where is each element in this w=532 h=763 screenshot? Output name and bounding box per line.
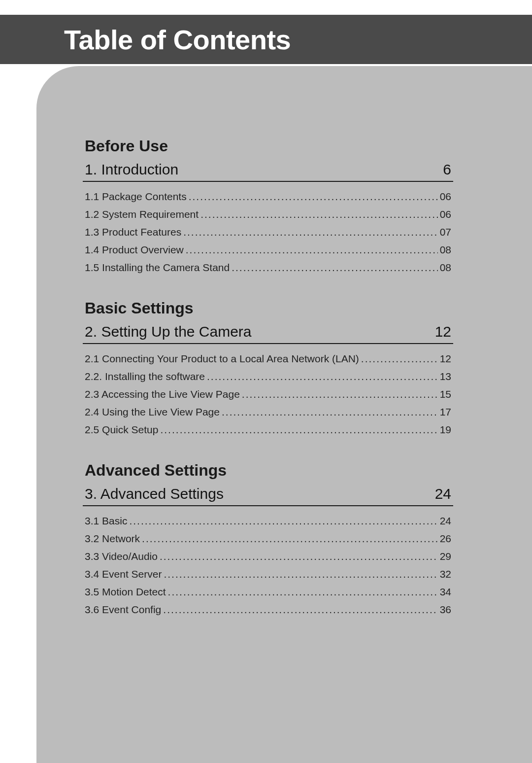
entry-page: 08 <box>440 262 451 274</box>
toc-entry: 3.1 Basic 24 <box>83 512 453 530</box>
entry-label: 3.6 Event Config <box>85 604 161 616</box>
leader-dots <box>163 604 437 616</box>
chapter-row: 1. Introduction 6 <box>83 159 453 182</box>
toc-entry: 2.1 Connecting Your Product to a Local A… <box>83 350 453 368</box>
entry-page: 06 <box>440 191 451 203</box>
entry-page: 17 <box>440 406 451 418</box>
entry-label: 3.4 Event Server <box>85 568 162 580</box>
toc-entry: 1.5 Installing the Camera Stand 08 <box>83 259 453 277</box>
leader-dots <box>232 262 437 274</box>
title-bar: Table of Contents <box>0 15 532 64</box>
leader-dots <box>183 226 438 238</box>
chapter-page: 6 <box>443 161 451 178</box>
leader-dots <box>160 424 437 436</box>
section-header: Basic Settings <box>83 299 453 317</box>
leader-dots <box>222 406 438 418</box>
section-header: Before Use <box>83 137 453 155</box>
toc-entry: 3.3 Video/Audio 29 <box>83 548 453 565</box>
section-advanced-settings: Advanced Settings 3. Advanced Settings 2… <box>83 461 453 619</box>
chapter-title: 2. Setting Up the Camera <box>85 323 252 340</box>
entry-label: 1.1 Package Contents <box>85 191 187 203</box>
leader-dots <box>207 371 438 382</box>
entry-page: 24 <box>440 515 451 527</box>
entry-label: 2.2. Installing the software <box>85 371 205 382</box>
leader-dots <box>200 208 438 220</box>
leader-dots <box>142 533 438 545</box>
entry-page: 13 <box>440 371 451 382</box>
entry-label: 2.1 Connecting Your Product to a Local A… <box>85 353 359 365</box>
toc-entry: 3.5 Motion Detect 34 <box>83 583 453 601</box>
entry-label: 2.5 Quick Setup <box>85 424 158 436</box>
entry-label: 1.4 Product Overview <box>85 244 184 256</box>
toc-entry: 1.4 Product Overview 08 <box>83 241 453 259</box>
chapter-title: 1. Introduction <box>85 161 178 178</box>
entry-page: 32 <box>440 568 451 580</box>
page-title: Table of Contents <box>64 24 291 56</box>
chapter-row: 3. Advanced Settings 24 <box>83 484 453 506</box>
chapter-num: 2. <box>85 323 97 340</box>
entry-page: 12 <box>440 353 451 365</box>
entry-label: 3.2 Network <box>85 533 140 545</box>
chapter-page: 12 <box>435 323 451 340</box>
entry-page: 26 <box>440 533 451 545</box>
chapter-name: Advanced Settings <box>100 486 224 502</box>
entry-label: 1.2 System Requirement <box>85 208 199 220</box>
chapter-page: 24 <box>435 486 451 502</box>
entry-label: 2.3 Accessing the Live View Page <box>85 388 240 400</box>
leader-dots <box>168 586 438 598</box>
entry-label: 3.5 Motion Detect <box>85 586 166 598</box>
toc-entry: 2.5 Quick Setup 19 <box>83 421 453 439</box>
toc-entry: 3.2 Network 26 <box>83 530 453 548</box>
entry-page: 07 <box>440 226 451 238</box>
chapter-title: 3. Advanced Settings <box>85 486 224 502</box>
entry-label: 1.5 Installing the Camera Stand <box>85 262 230 274</box>
toc-entry: 3.4 Event Server 32 <box>83 565 453 583</box>
entry-label: 1.3 Product Features <box>85 226 181 238</box>
sub-list: 3.1 Basic 24 3.2 Network 26 3.3 Video/Au… <box>83 512 453 619</box>
chapter-name: Introduction <box>101 161 178 177</box>
leader-dots <box>129 515 437 527</box>
toc-entry: 2.4 Using the Live View Page 17 <box>83 403 453 421</box>
entry-page: 36 <box>440 604 451 616</box>
toc-entry: 1.1 Package Contents 06 <box>83 188 453 206</box>
entry-page: 34 <box>440 586 451 598</box>
toc-entry: 3.6 Event Config 36 <box>83 601 453 619</box>
section-before-use: Before Use 1. Introduction 6 1.1 Package… <box>83 137 453 277</box>
entry-page: 06 <box>440 208 451 220</box>
leader-dots <box>164 568 437 580</box>
leader-dots <box>189 191 438 203</box>
chapter-name: Setting Up the Camera <box>101 323 251 340</box>
toc-entry: 2.2. Installing the software 13 <box>83 368 453 385</box>
section-header: Advanced Settings <box>83 461 453 480</box>
entry-label: 3.1 Basic <box>85 515 127 527</box>
entry-page: 08 <box>440 244 451 256</box>
entry-label: 2.4 Using the Live View Page <box>85 406 220 418</box>
leader-dots <box>242 388 438 400</box>
toc-entry: 1.3 Product Features 07 <box>83 223 453 241</box>
toc-entry: 1.2 System Requirement 06 <box>83 206 453 223</box>
section-basic-settings: Basic Settings 2. Setting Up the Camera … <box>83 299 453 439</box>
entry-page: 15 <box>440 388 451 400</box>
leader-dots <box>361 353 438 365</box>
leader-dots <box>160 551 438 562</box>
toc-panel: Before Use 1. Introduction 6 1.1 Package… <box>43 73 532 763</box>
entry-page: 19 <box>440 424 451 436</box>
chapter-num: 1. <box>85 161 97 177</box>
entry-label: 3.3 Video/Audio <box>85 551 158 562</box>
chapter-row: 2. Setting Up the Camera 12 <box>83 321 453 344</box>
chapter-num: 3. <box>85 486 97 502</box>
entry-page: 29 <box>440 551 451 562</box>
leader-dots <box>186 244 438 256</box>
sub-list: 2.1 Connecting Your Product to a Local A… <box>83 350 453 439</box>
toc-entry: 2.3 Accessing the Live View Page 15 <box>83 385 453 403</box>
sub-list: 1.1 Package Contents 06 1.2 System Requi… <box>83 188 453 277</box>
